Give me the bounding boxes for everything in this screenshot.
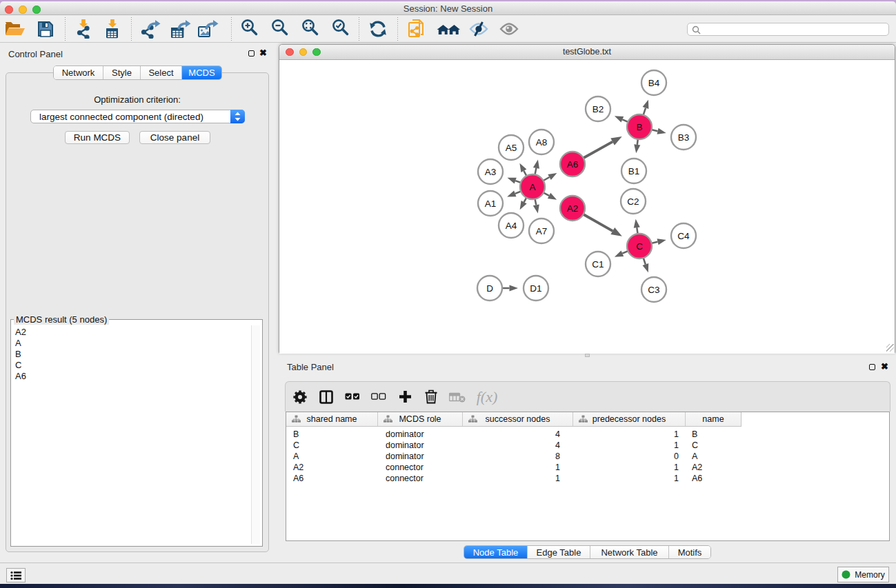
svg-text:A4: A4 — [506, 221, 517, 231]
svg-text:C4: C4 — [677, 231, 690, 241]
svg-text:A2: A2 — [567, 203, 579, 214]
svg-text:B1: B1 — [628, 166, 640, 176]
svg-text:A7: A7 — [536, 226, 548, 236]
svg-text:A1: A1 — [485, 199, 497, 209]
svg-text:A5: A5 — [506, 143, 517, 153]
svg-text:B3: B3 — [678, 132, 690, 143]
svg-text:B4: B4 — [648, 78, 660, 88]
svg-text:A3: A3 — [485, 167, 497, 177]
svg-text:C2: C2 — [627, 196, 639, 207]
svg-text:B2: B2 — [593, 104, 604, 114]
svg-text:C1: C1 — [592, 259, 604, 270]
svg-text:C: C — [636, 241, 643, 252]
svg-text:D: D — [486, 283, 493, 294]
svg-text:C3: C3 — [648, 285, 659, 295]
svg-text:D1: D1 — [530, 283, 541, 294]
svg-text:B: B — [636, 122, 642, 132]
svg-text:A8: A8 — [536, 137, 548, 148]
svg-text:A6: A6 — [567, 159, 579, 170]
svg-text:A: A — [529, 182, 535, 192]
